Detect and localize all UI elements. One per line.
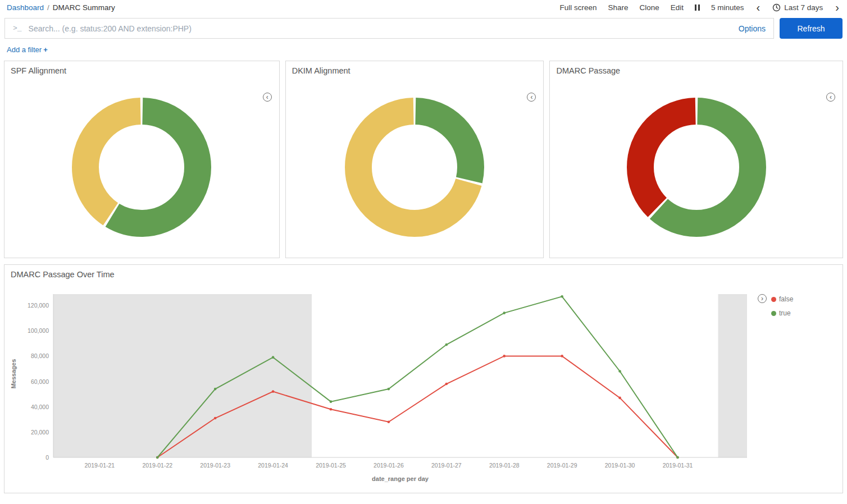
svg-text:0: 0 — [45, 454, 49, 461]
svg-text:2019-01-21: 2019-01-21 — [84, 462, 115, 469]
add-filter-label: Add a filter — [7, 45, 42, 54]
svg-text:date_range per day: date_range per day — [372, 475, 429, 482]
time-range-label: Last 7 days — [784, 3, 823, 12]
legend-dot-true — [771, 311, 776, 316]
svg-text:20,000: 20,000 — [31, 429, 49, 436]
plus-icon: + — [43, 45, 48, 54]
panel-title: DKIM Alignment — [286, 61, 544, 80]
share-button[interactable]: Share — [608, 3, 629, 12]
svg-text:2019-01-29: 2019-01-29 — [547, 462, 577, 469]
svg-text:2019-01-23: 2019-01-23 — [200, 462, 230, 469]
clock-icon — [772, 3, 781, 12]
clone-button[interactable]: Clone — [640, 3, 659, 12]
pause-icon[interactable] — [695, 4, 700, 11]
svg-text:2019-01-30: 2019-01-30 — [605, 462, 635, 469]
legend-item-false[interactable]: false — [771, 295, 843, 303]
panels-row: SPF Allignment ‹ DKIM Alignment ‹ DMARC … — [0, 61, 847, 258]
svg-text:2019-01-27: 2019-01-27 — [431, 462, 462, 469]
refresh-button[interactable]: Refresh — [780, 18, 843, 39]
dkim-alignment-donut-chart[interactable] — [286, 97, 544, 237]
search-input-container: >_ Options — [4, 18, 774, 39]
time-back-icon[interactable]: ‹ — [755, 2, 762, 13]
filter-bar: Add a filter+ — [0, 41, 847, 61]
svg-text:2019-01-31: 2019-01-31 — [663, 462, 693, 469]
svg-text:2019-01-28: 2019-01-28 — [489, 462, 520, 469]
chart-legend: › false true — [761, 286, 843, 491]
legend-toggle-icon[interactable]: ‹ — [263, 93, 272, 102]
svg-text:60,000: 60,000 — [31, 378, 49, 385]
svg-text:2019-01-26: 2019-01-26 — [374, 462, 404, 469]
topbar-actions: Full screen Share Clone Edit 5 minutes ‹… — [559, 2, 840, 13]
legend-toggle-icon[interactable]: ‹ — [826, 93, 835, 102]
dmarc-over-time-line-chart[interactable]: 020,00040,00060,00080,000100,000120,0002… — [6, 286, 761, 491]
legend-items: false true — [761, 295, 843, 317]
breadcrumb-dashboard-link[interactable]: Dashboard — [7, 3, 44, 12]
panel-spf-alignment: SPF Allignment ‹ — [4, 61, 280, 258]
svg-text:2019-01-24: 2019-01-24 — [258, 462, 288, 469]
breadcrumb: Dashboard / DMARC Summary — [7, 3, 115, 12]
legend-label: true — [779, 309, 791, 317]
time-series-chart-area: 020,00040,00060,00080,000100,000120,0002… — [4, 284, 843, 491]
svg-text:2019-01-25: 2019-01-25 — [316, 462, 346, 469]
svg-text:Messages: Messages — [10, 359, 17, 389]
legend-toggle-icon[interactable]: › — [758, 294, 767, 303]
svg-text:2019-01-22: 2019-01-22 — [142, 462, 172, 469]
panel-title: DMARC Passage Over Time — [4, 265, 843, 284]
time-range-button[interactable]: Last 7 days — [772, 3, 823, 12]
breadcrumb-separator: / — [47, 3, 49, 12]
full-screen-button[interactable]: Full screen — [559, 3, 596, 12]
page-title: DMARC Summary — [53, 3, 115, 12]
svg-text:40,000: 40,000 — [31, 404, 49, 410]
panel-dmarc-passage: DMARC Passage ‹ — [549, 61, 843, 258]
svg-text:120,000: 120,000 — [28, 302, 49, 309]
spf-alignment-donut-chart[interactable] — [4, 97, 279, 237]
dmarc-passage-donut-chart[interactable] — [550, 97, 843, 237]
search-input[interactable] — [28, 24, 739, 34]
edit-button[interactable]: Edit — [671, 3, 684, 12]
panel-title: SPF Allignment — [4, 61, 279, 80]
add-filter-link[interactable]: Add a filter+ — [7, 45, 48, 54]
legend-item-true[interactable]: true — [771, 309, 843, 317]
panel-dmarc-passage-over-time: DMARC Passage Over Time 020,00040,00060,… — [4, 264, 843, 493]
top-nav: Dashboard / DMARC Summary Full screen Sh… — [0, 0, 847, 15]
panel-title: DMARC Passage — [550, 61, 843, 80]
panel-dkim-alignment: DKIM Alignment ‹ — [285, 61, 544, 258]
refresh-interval-button[interactable]: 5 minutes — [711, 3, 744, 12]
svg-text:80,000: 80,000 — [31, 352, 49, 359]
legend-dot-false — [771, 297, 776, 302]
options-link[interactable]: Options — [739, 24, 766, 33]
query-prompt-icon: >_ — [13, 24, 22, 33]
query-bar: >_ Options Refresh — [0, 15, 847, 41]
legend-label: false — [779, 295, 793, 303]
svg-text:100,000: 100,000 — [28, 327, 49, 334]
time-forward-icon[interactable]: › — [834, 2, 840, 13]
